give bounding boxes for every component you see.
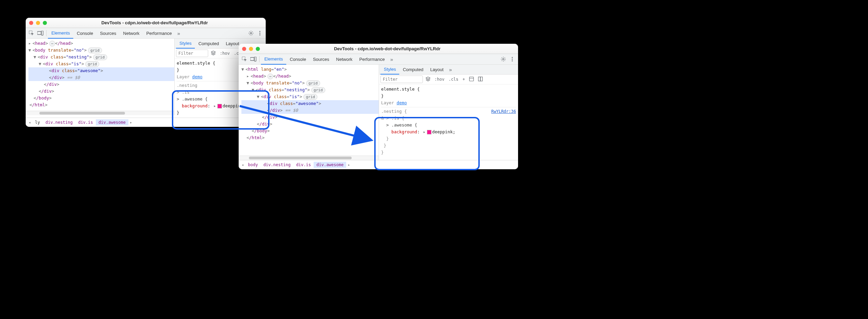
ellipsis-badge[interactable]: ⋯ — [49, 41, 55, 46]
breadcrumb-next-icon[interactable]: ▸ — [346, 162, 351, 167]
layers-icon[interactable] — [210, 51, 217, 56]
dom-node-nesting[interactable]: ▼<div class="nesting">grid — [28, 54, 174, 61]
settings-icon[interactable] — [499, 55, 508, 64]
maximize-window-icon[interactable] — [256, 47, 260, 51]
titlebar: DevTools - cdpn.io/web-dot-dev/fullpage/… — [26, 18, 266, 28]
grid-badge[interactable]: grid — [303, 94, 317, 100]
breadcrumb-is[interactable]: div.is — [293, 162, 314, 168]
breadcrumb-trunc[interactable]: ly — [32, 119, 42, 125]
breadcrumb-prev-icon[interactable]: ◂ — [27, 120, 32, 125]
dom-node-body-close[interactable]: </body> — [241, 128, 379, 134]
breadcrumb-body[interactable]: body — [245, 162, 261, 168]
minimize-window-icon[interactable] — [36, 21, 40, 25]
tab-network[interactable]: Network — [333, 54, 356, 64]
element-style-rule[interactable]: element.style { } — [381, 86, 516, 99]
breadcrumb-nesting[interactable]: div.nesting — [261, 162, 293, 168]
tab-console[interactable]: Console — [286, 54, 310, 64]
color-swatch-icon[interactable] — [217, 104, 222, 108]
kebab-menu-icon[interactable] — [255, 29, 264, 38]
dom-node-nesting-close[interactable]: </div> — [28, 88, 174, 95]
source-link[interactable]: RwYLRdr:36 — [491, 108, 516, 115]
dom-node-nesting-close[interactable]: </div> — [241, 121, 379, 128]
breadcrumb-next-icon[interactable]: ▸ — [128, 120, 134, 125]
dom-node-html-close[interactable]: </html> — [26, 102, 174, 108]
more-styles-tabs-icon[interactable]: » — [447, 67, 454, 72]
tab-network[interactable]: Network — [120, 28, 143, 38]
maximize-window-icon[interactable] — [43, 21, 47, 25]
dom-node-awesome-open[interactable]: <div class="awesome"> — [28, 67, 174, 74]
styles-tab-styles[interactable]: Styles — [380, 64, 399, 75]
device-toolbar-icon[interactable] — [36, 29, 45, 38]
dom-node-head[interactable]: ▸<head>⋯</head> — [28, 40, 174, 47]
ellipsis-badge[interactable]: ⋯ — [267, 74, 273, 79]
dom-node-body[interactable]: ▼<body translate="no">grid — [241, 80, 379, 87]
color-swatch-icon[interactable] — [427, 130, 431, 134]
tab-elements[interactable]: Elements — [48, 28, 73, 39]
styles-tab-computed[interactable]: Computed — [399, 65, 427, 74]
titlebar: DevTools - cdpn.io/web-dot-dev/fullpage/… — [239, 44, 518, 54]
grid-badge[interactable]: grid — [88, 48, 102, 53]
dom-node-is[interactable]: ▼<div class="is">grid — [241, 93, 379, 100]
inspect-element-icon[interactable] — [27, 29, 36, 38]
breadcrumb-is[interactable]: div.is — [75, 119, 96, 125]
tab-performance[interactable]: Performance — [143, 28, 175, 38]
svg-point-10 — [503, 58, 504, 60]
tab-performance[interactable]: Performance — [356, 54, 388, 64]
grid-badge[interactable]: grid — [311, 87, 325, 93]
horizontal-scrollbar[interactable] — [26, 111, 174, 115]
settings-icon[interactable] — [247, 29, 255, 38]
minimize-window-icon[interactable] — [249, 47, 253, 51]
tab-sources[interactable]: Sources — [310, 54, 333, 64]
styles-tab-styles[interactable]: Styles — [176, 38, 195, 49]
tab-console[interactable]: Console — [73, 28, 97, 38]
rendering-panel-icon[interactable] — [477, 77, 484, 82]
breadcrumb-awesome[interactable]: div.awesome — [314, 162, 346, 168]
dom-node-body-close[interactable]: </body> — [28, 95, 174, 102]
grid-badge[interactable]: grid — [306, 80, 320, 86]
breadcrumb-nesting[interactable]: div.nesting — [43, 119, 75, 125]
dom-node-is-close[interactable]: </div> — [241, 114, 379, 121]
dom-node-html-close[interactable]: </html> — [241, 134, 379, 141]
dom-node-body[interactable]: ▼<body translate="no">grid — [28, 47, 174, 54]
styles-tab-computed[interactable]: Computed — [195, 39, 222, 48]
hov-toggle[interactable]: :hov — [218, 51, 231, 56]
dom-node-html[interactable]: ▼<html lang="en"> — [241, 66, 379, 73]
breadcrumb-awesome[interactable]: div.awesome — [96, 119, 128, 125]
more-tabs-icon[interactable]: » — [388, 56, 395, 62]
hov-toggle[interactable]: :hov — [433, 77, 446, 82]
new-rule-button[interactable]: + — [461, 77, 466, 82]
layers-icon[interactable] — [424, 77, 432, 82]
styles-filter-input[interactable] — [176, 50, 208, 57]
computed-styles-icon[interactable] — [468, 77, 475, 82]
cls-toggle[interactable]: .cls — [447, 77, 460, 82]
grid-badge[interactable]: grid — [93, 54, 107, 60]
dom-node-is-close[interactable]: </div> — [28, 81, 174, 88]
dom-node-awesome-close[interactable]: </div> == $0 — [28, 74, 174, 81]
layer-link[interactable]: demo — [192, 74, 202, 79]
breadcrumb-prev-icon[interactable]: ◂ — [240, 162, 245, 167]
device-toolbar-icon[interactable] — [249, 55, 258, 64]
styles-tab-layout[interactable]: Layout — [427, 65, 447, 74]
more-tabs-icon[interactable]: » — [175, 30, 182, 36]
tab-sources[interactable]: Sources — [97, 28, 120, 38]
horizontal-scrollbar[interactable] — [239, 156, 379, 160]
main-toolbar: Elements Console Sources Network Perform… — [239, 54, 518, 65]
close-window-icon[interactable] — [242, 47, 246, 51]
dom-node-head[interactable]: ▸<head>⋯</head> — [241, 73, 379, 80]
dom-node-awesome-close[interactable]: </div> == $0 — [241, 107, 379, 114]
svg-point-11 — [512, 57, 513, 58]
kebab-menu-icon[interactable] — [508, 55, 517, 64]
dom-node-awesome-open[interactable]: <div class="awesome"> — [241, 100, 379, 107]
svg-point-5 — [260, 33, 261, 34]
styles-filter-input[interactable] — [380, 76, 423, 83]
layer-row[interactable]: Layer demo — [381, 99, 516, 107]
main-toolbar: Elements Console Sources Network Perform… — [26, 28, 266, 39]
dom-node-nesting[interactable]: ▼<div class="nesting">grid — [241, 87, 379, 93]
close-window-icon[interactable] — [29, 21, 33, 25]
grid-badge[interactable]: grid — [85, 61, 99, 67]
tab-elements[interactable]: Elements — [261, 54, 286, 65]
layer-link[interactable]: demo — [397, 100, 407, 105]
css-rule-nested[interactable]: RwYLRdr:36 .nesting { & > .is { > .aweso… — [381, 108, 516, 156]
inspect-element-icon[interactable] — [240, 55, 249, 64]
dom-node-is[interactable]: ▼<div class="is">grid — [28, 61, 174, 67]
